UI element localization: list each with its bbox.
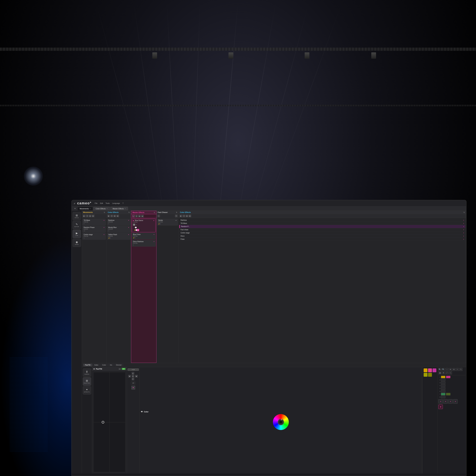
truss-mid bbox=[0, 105, 168, 106]
light-fixture-1 bbox=[152, 52, 157, 59]
truss-top bbox=[0, 48, 168, 51]
light-rays bbox=[0, 0, 168, 168]
